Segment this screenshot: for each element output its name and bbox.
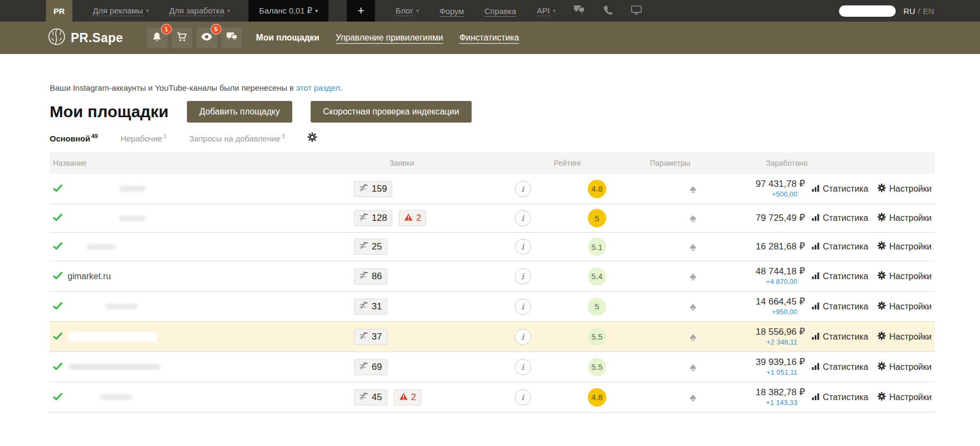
actions-cell: Статистика Настройки — [805, 332, 935, 342]
spade-icon: ♠ — [690, 301, 696, 313]
nav-finstats[interactable]: Финстатистика — [459, 33, 519, 43]
settings-link[interactable]: Настройки — [877, 392, 931, 403]
rating-cell: 5 — [554, 298, 640, 316]
views-button[interactable]: 5 — [197, 28, 217, 48]
info-icon[interactable]: i — [515, 389, 531, 406]
menu-api[interactable]: API ▾ — [537, 0, 556, 22]
brand-logo[interactable]: PR.Sape — [48, 28, 123, 48]
site-name[interactable] — [69, 332, 158, 342]
gear-icon — [877, 392, 886, 403]
info-icon[interactable]: i — [515, 359, 531, 375]
menu-for-ads-label: Для рекламы — [93, 6, 143, 16]
tabs-settings-button[interactable] — [307, 132, 317, 144]
cart-button[interactable] — [172, 28, 192, 48]
info-icon[interactable]: i — [515, 210, 531, 226]
settings-link[interactable]: Настройки — [877, 184, 931, 194]
earned-cell: 14 664,45 ₽ +950,00 — [746, 296, 805, 316]
messages-button[interactable] — [574, 0, 585, 22]
site-name[interactable] — [69, 364, 160, 370]
settings-link[interactable]: Настройки — [877, 241, 931, 252]
rating-badge: 4.8 — [588, 180, 606, 198]
site-name-cell — [50, 213, 354, 223]
stats-link[interactable]: Статистика — [812, 242, 868, 252]
tab-broken[interactable]: Нерабочие1 — [120, 133, 166, 143]
info-icon[interactable]: i — [515, 239, 531, 255]
settings-link[interactable]: Настройки — [877, 362, 931, 373]
lang-ru[interactable]: RU — [903, 6, 915, 16]
tabs: Основной49 Нерабочие1 Запросы на добавле… — [50, 132, 980, 144]
site-name[interactable] — [119, 215, 146, 221]
add-funds-button[interactable]: + — [347, 0, 375, 22]
info-icon[interactable]: i — [515, 329, 531, 345]
requests-button[interactable]: 86 — [354, 268, 387, 285]
earned-cell: 97 431,78 ₽ +500,00 — [746, 179, 805, 199]
menu-for-ads[interactable]: Для рекламы ▾ — [93, 0, 149, 22]
settings-link[interactable]: Настройки — [877, 271, 931, 282]
requests-button[interactable]: 159 — [354, 181, 392, 197]
settings-link[interactable]: Настройки — [877, 213, 931, 224]
stats-link[interactable]: Статистика — [812, 302, 868, 312]
info-icon[interactable]: i — [515, 268, 531, 285]
requests-button[interactable]: 128 — [354, 210, 392, 226]
stats-link[interactable]: Статистика — [812, 213, 868, 223]
settings-link[interactable]: Настройки — [877, 301, 931, 312]
nav-my-sites[interactable]: Мои площадки — [256, 33, 319, 43]
requests-count: 69 — [372, 362, 382, 373]
add-site-button[interactable]: Добавить площадку — [187, 101, 292, 123]
nav-privileges[interactable]: Управление привилегиями — [335, 33, 443, 43]
warnings-button[interactable]: 2 — [394, 389, 421, 406]
col-rating: Рейтинг — [554, 159, 640, 167]
requests-button[interactable]: 31 — [354, 299, 387, 315]
phone-button[interactable] — [603, 0, 613, 22]
stats-link[interactable]: Статистика — [812, 362, 868, 372]
menu-for-earning-label: Для заработка — [169, 6, 224, 16]
rating-cell: 5 — [554, 209, 640, 227]
rating-badge: 5.1 — [588, 238, 606, 256]
menu-forum[interactable]: Форум — [439, 0, 464, 22]
index-check-button[interactable]: Скоростная проверка индексации — [311, 101, 472, 123]
tab-main[interactable]: Основной49 — [50, 133, 98, 143]
menu-api-label: API — [537, 6, 550, 16]
lang-en[interactable]: EN — [923, 6, 934, 16]
messages-button-2[interactable] — [221, 28, 242, 48]
check-icon — [53, 272, 63, 281]
info-icon[interactable]: i — [515, 181, 531, 197]
balance-menu[interactable]: Баланс 0,01 ₽ ▾ — [249, 0, 329, 22]
remote-support-button[interactable] — [631, 0, 642, 22]
rating-cell: 4.8 — [554, 180, 640, 198]
info-cell: i — [492, 181, 554, 197]
site-name[interactable] — [105, 303, 138, 309]
site-name-cell — [50, 184, 354, 194]
language-switcher: RU / EN — [903, 0, 934, 22]
site-name[interactable] — [119, 186, 146, 192]
stats-link[interactable]: Статистика — [812, 184, 868, 194]
menu-forum-label: Форум — [439, 6, 464, 16]
caret-down-icon: ▾ — [553, 8, 556, 13]
pr-logo-tab[interactable]: PR — [46, 0, 72, 22]
settings-link[interactable]: Настройки — [877, 332, 931, 342]
notice-text: Ваши Instagram-аккаунты и YouTube-каналы… — [50, 83, 296, 92]
stats-link[interactable]: Статистика — [812, 393, 868, 402]
stats-link[interactable]: Статистика — [812, 332, 868, 342]
info-icon[interactable]: i — [515, 299, 531, 315]
notifications-button[interactable]: 1 — [147, 28, 167, 48]
username-redacted[interactable] — [839, 5, 896, 17]
menu-for-earning[interactable]: Для заработка ▾ — [169, 0, 230, 22]
check-icon — [53, 393, 63, 402]
bell-icon — [152, 32, 162, 44]
menu-help[interactable]: Справка — [485, 0, 516, 22]
notice-link[interactable]: этот раздел — [296, 83, 340, 92]
site-name[interactable] — [86, 244, 116, 250]
stats-link[interactable]: Статистика — [812, 272, 868, 281]
earned-amount: 18 556,96 ₽ — [746, 327, 805, 337]
site-name[interactable]: gimarket.ru — [68, 272, 111, 281]
menu-blog[interactable]: Блог ▾ — [395, 0, 419, 22]
tab-requests[interactable]: Запросы на добавление3 — [189, 133, 285, 143]
requests-button[interactable]: 45 — [354, 389, 387, 406]
requests-button[interactable]: 37 — [354, 329, 387, 345]
warnings-button[interactable]: 2 — [399, 210, 426, 226]
gear-icon — [307, 132, 317, 144]
site-name[interactable] — [100, 394, 132, 400]
requests-button[interactable]: 25 — [354, 239, 387, 255]
requests-button[interactable]: 69 — [354, 359, 387, 375]
